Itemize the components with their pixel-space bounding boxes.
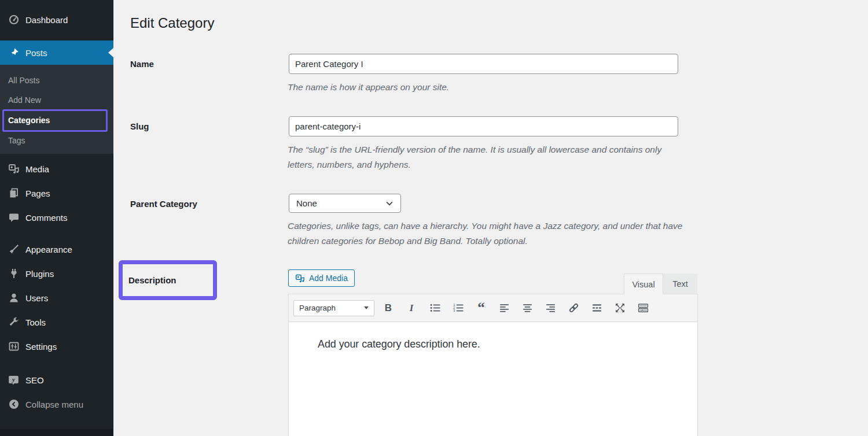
align-center-icon: [522, 302, 533, 313]
slug-label: Slug: [130, 121, 149, 131]
settings-icon: [8, 341, 20, 352]
blockquote-icon: “: [476, 302, 487, 313]
align-left-button[interactable]: [496, 300, 512, 316]
parent-category-selected-value: None: [296, 198, 317, 208]
name-input[interactable]: [289, 54, 678, 74]
admin-sidebar: Dashboard Posts All Posts Add New Catego…: [0, 0, 113, 436]
sidebar-item-pages[interactable]: Pages: [0, 181, 113, 205]
sidebar-item-tools[interactable]: Tools: [0, 310, 113, 334]
format-select-value: Paragraph: [299, 304, 336, 312]
sidebar-item-seo[interactable]: y SEO: [0, 368, 113, 392]
sidebar-item-label: Dashboard: [25, 15, 68, 25]
svg-text:3: 3: [453, 309, 455, 312]
italic-button[interactable]: I: [403, 300, 420, 316]
parent-category-label: Parent Category: [130, 199, 197, 209]
sidebar-item-label: Users: [25, 293, 48, 303]
sidebar-item-media[interactable]: Media: [0, 157, 113, 181]
pushpin-icon: [8, 47, 20, 58]
italic-icon: I: [410, 302, 414, 314]
description-editor: Paragraph B I: [288, 294, 698, 436]
svg-text:y: y: [11, 376, 15, 383]
blockquote-button[interactable]: “: [473, 300, 489, 316]
bulleted-list-button[interactable]: [426, 300, 443, 316]
slug-help-text: The “slug” is the URL-friendly version o…: [288, 142, 670, 172]
main-content: Edit Category Name The name is how it ap…: [114, 0, 868, 436]
sidebar-item-settings[interactable]: Settings: [0, 334, 113, 359]
chevron-down-icon: [385, 199, 393, 208]
editor-content-area[interactable]: Add your category description here.: [289, 322, 697, 436]
toolbar-buttons: B I 1 2 3: [380, 300, 651, 316]
read-more-tag-icon: [591, 302, 602, 313]
align-right-button[interactable]: [542, 300, 558, 316]
bulleted-list-icon: [429, 302, 440, 313]
read-more-tag-button[interactable]: [589, 300, 605, 316]
tab-label: Visual: [632, 280, 654, 289]
collapse-arrow-icon: [8, 398, 20, 410]
add-media-label: Add Media: [309, 274, 348, 283]
sidebar-item-label: Tools: [25, 317, 46, 327]
bold-button[interactable]: B: [380, 300, 396, 316]
fullscreen-button[interactable]: [612, 300, 628, 316]
add-media-icon: [295, 274, 305, 283]
link-icon: [568, 302, 579, 313]
name-label: Name: [130, 59, 154, 69]
tab-visual[interactable]: Visual: [624, 274, 663, 294]
sidebar-item-label: Media: [25, 164, 49, 174]
align-center-button[interactable]: [519, 300, 535, 316]
sidebar-item-posts[interactable]: Posts: [0, 40, 113, 65]
collapse-menu-button[interactable]: Collapse menu: [0, 392, 113, 416]
slug-input[interactable]: [289, 116, 678, 136]
sidebar-item-all-posts[interactable]: All Posts: [0, 71, 113, 90]
numbered-list-icon: 1 2 3: [453, 302, 464, 313]
sidebar-item-appearance[interactable]: Appearance: [0, 237, 113, 261]
parent-category-select[interactable]: None: [289, 194, 401, 213]
sidebar-item-add-new[interactable]: Add New: [0, 90, 113, 110]
plugins-icon: [8, 268, 20, 279]
keyboard-shortcuts-button[interactable]: [635, 300, 651, 316]
tab-label: Text: [672, 279, 688, 289]
posts-submenu: All Posts Add New Categories Tags: [0, 65, 113, 154]
sidebar-item-comments[interactable]: Comments: [0, 205, 113, 230]
parent-category-help-text: Categories, unlike tags, can have a hier…: [288, 219, 684, 249]
sidebar-item-label: All Posts: [8, 76, 39, 85]
sidebar-item-label: Settings: [25, 342, 57, 352]
sidebar-item-users[interactable]: Users: [0, 286, 113, 310]
sidebar-item-label: Posts: [25, 48, 47, 58]
sidebar-item-label: Pages: [25, 189, 50, 198]
editor-toolbar: Paragraph B I: [289, 294, 697, 322]
sidebar-item-label: Appearance: [25, 245, 72, 254]
sidebar-item-label: Tags: [8, 136, 25, 145]
tab-text[interactable]: Text: [663, 274, 697, 294]
link-button[interactable]: [565, 300, 582, 316]
caret-down-icon: [364, 306, 369, 312]
sidebar-item-label: Collapse menu: [25, 400, 83, 409]
users-icon: [8, 292, 20, 304]
sidebar-item-tags[interactable]: Tags: [0, 131, 113, 150]
fullscreen-icon: [615, 302, 626, 313]
bold-icon: B: [385, 302, 392, 314]
svg-text:“: “: [477, 302, 485, 313]
page-title: Edit Category: [130, 15, 214, 31]
sidebar-item-label: Add New: [8, 95, 41, 105]
sidebar-item-categories[interactable]: Categories: [0, 110, 113, 130]
numbered-list-button[interactable]: 1 2 3: [450, 300, 466, 316]
comments-icon: [8, 212, 20, 223]
appearance-icon: [8, 243, 20, 255]
description-label: Description: [128, 275, 176, 285]
keyboard-icon: [638, 302, 649, 313]
dashboard-icon: [8, 14, 20, 25]
sidebar-item-dashboard[interactable]: Dashboard: [0, 8, 113, 32]
align-right-icon: [545, 302, 556, 313]
sidebar-item-label: Comments: [25, 213, 68, 223]
media-icon: [8, 163, 20, 175]
pages-icon: [8, 187, 20, 199]
name-help-text: The name is how it appears on your site.: [288, 80, 449, 95]
add-media-button[interactable]: Add Media: [288, 269, 355, 287]
align-left-icon: [499, 302, 510, 313]
tools-icon: [8, 316, 20, 328]
editor-content-text: Add your category description here.: [318, 338, 668, 350]
paragraph-format-select[interactable]: Paragraph: [293, 300, 374, 316]
sidebar-item-label: Plugins: [25, 269, 54, 279]
sidebar-item-label: SEO: [25, 375, 44, 385]
sidebar-item-plugins[interactable]: Plugins: [0, 261, 113, 286]
